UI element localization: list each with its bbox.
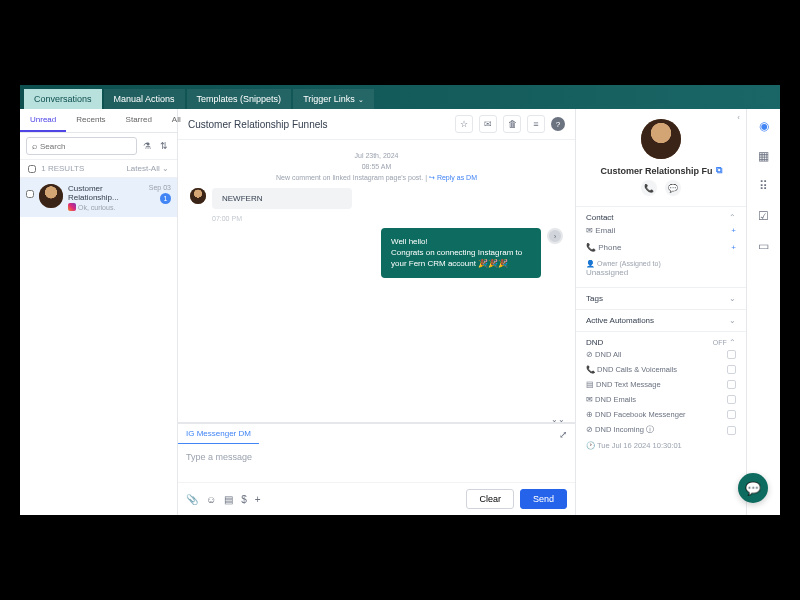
avatar bbox=[39, 184, 63, 208]
filter-icon[interactable]: ⚗ bbox=[140, 139, 154, 153]
star-button[interactable]: ☆ bbox=[455, 115, 473, 133]
opportunity-icon[interactable]: ⠿ bbox=[755, 177, 773, 195]
search-icon: ⌕ bbox=[32, 141, 37, 151]
external-link-icon[interactable]: ⧉ bbox=[716, 165, 722, 176]
conv-date: Sep 03 bbox=[149, 184, 171, 191]
message-input[interactable]: Type a message bbox=[178, 444, 575, 482]
search-input-wrapper[interactable]: ⌕ bbox=[26, 137, 137, 155]
nav-tab-templates[interactable]: Templates (Snippets) bbox=[187, 89, 292, 109]
timestamp: Tue Jul 16 2024 10:30:01 bbox=[597, 441, 682, 450]
chat-title: Customer Relationship Funnels bbox=[188, 119, 328, 130]
dnd-all-checkbox[interactable] bbox=[727, 350, 736, 359]
contact-panel: ‹ Customer Relationship Fu⧉ 📞 💬 Contact⌃… bbox=[576, 109, 746, 515]
message-bubble: NEWFERN bbox=[212, 188, 352, 209]
composer: IG Messenger DM ⤢ Type a message 📎 ☺ ▤ $… bbox=[178, 423, 575, 515]
message-icon[interactable]: 💬 bbox=[665, 180, 681, 196]
reply-dm-link[interactable]: ↪ Reply as DM bbox=[429, 174, 477, 181]
sender-avatar: › bbox=[547, 228, 563, 244]
dnd-calls-checkbox[interactable] bbox=[727, 365, 736, 374]
clear-button[interactable]: Clear bbox=[466, 489, 514, 509]
chat-panel: Customer Relationship Funnels ☆ ✉ 🗑 ≡ ? … bbox=[178, 109, 576, 515]
scroll-down-icon[interactable]: ⌄⌄ bbox=[551, 415, 565, 424]
message-bubble: Well hello! Congrats on connecting Insta… bbox=[381, 228, 541, 278]
top-nav: Conversations Manual Actions Templates (… bbox=[20, 85, 780, 109]
call-icon[interactable]: 📞 bbox=[641, 180, 657, 196]
delete-button[interactable]: 🗑 bbox=[503, 115, 521, 133]
instagram-icon bbox=[68, 203, 76, 211]
sort-dropdown[interactable]: Latest-All ⌄ bbox=[126, 164, 169, 173]
composer-channel-tab[interactable]: IG Messenger DM bbox=[178, 424, 259, 444]
chat-fab[interactable]: 💬 bbox=[738, 473, 768, 503]
contact-section-header[interactable]: Contact⌃ bbox=[586, 213, 736, 222]
add-email-button[interactable]: + bbox=[731, 226, 736, 235]
conv-preview: Ok, curious. bbox=[78, 204, 115, 211]
filter-unread[interactable]: Unread bbox=[20, 109, 66, 132]
tasks-icon[interactable]: ☑ bbox=[755, 207, 773, 225]
notes-icon[interactable]: ▭ bbox=[755, 237, 773, 255]
conv-checkbox[interactable] bbox=[26, 190, 34, 198]
unread-badge: 1 bbox=[160, 193, 171, 204]
filter-starred[interactable]: Starred bbox=[116, 109, 162, 132]
chevron-down-icon: ⌄ bbox=[358, 96, 364, 103]
help-icon[interactable]: ? bbox=[551, 117, 565, 131]
contact-tab-icon[interactable]: ◉ bbox=[755, 117, 773, 135]
contact-avatar bbox=[641, 119, 681, 159]
avatar bbox=[190, 188, 206, 204]
outbound-message: Well hello! Congrats on connecting Insta… bbox=[190, 228, 563, 278]
dnd-email-checkbox[interactable] bbox=[727, 395, 736, 404]
conversation-item[interactable]: Customer Relationship... Ok, curious. Se… bbox=[20, 178, 177, 217]
attachment-icon[interactable]: 📎 bbox=[186, 494, 198, 505]
payment-icon[interactable]: $ bbox=[241, 494, 247, 505]
select-all-checkbox[interactable] bbox=[28, 165, 36, 173]
send-button[interactable]: Send bbox=[520, 489, 567, 509]
template-icon[interactable]: ▤ bbox=[224, 494, 233, 505]
contact-name: Customer Relationship Fu⧉ bbox=[600, 165, 721, 176]
dnd-fb-checkbox[interactable] bbox=[727, 410, 736, 419]
calendar-icon[interactable]: ▦ bbox=[755, 147, 773, 165]
tags-section-header[interactable]: Tags⌄ bbox=[586, 294, 736, 303]
close-icon[interactable]: ‹ bbox=[737, 113, 740, 122]
filter-button[interactable]: ≡ bbox=[527, 115, 545, 133]
dnd-section-header[interactable]: DNDOFF ⌃ bbox=[586, 338, 736, 347]
nav-tab-conversations[interactable]: Conversations bbox=[24, 89, 102, 109]
emoji-icon[interactable]: ☺ bbox=[206, 494, 216, 505]
right-iconbar: ◉ ▦ ⠿ ☑ ▭ bbox=[746, 109, 780, 515]
owner-value[interactable]: Unassigned bbox=[586, 268, 736, 277]
add-phone-button[interactable]: + bbox=[731, 243, 736, 252]
conversation-sidebar: Unread Recents Starred All ⌕ ⚗ ⇅ 1 RESUL… bbox=[20, 109, 178, 515]
conv-title: Customer Relationship... bbox=[68, 184, 144, 202]
date-separator: Jul 23th, 2024 bbox=[190, 152, 563, 159]
results-count: 1 RESULTS bbox=[28, 164, 84, 173]
inbound-message: NEWFERN bbox=[190, 188, 563, 209]
expand-icon[interactable]: ⤢ bbox=[551, 424, 575, 445]
time-label: 08:55 AM bbox=[190, 163, 563, 170]
dnd-incoming-checkbox[interactable] bbox=[727, 426, 736, 435]
dnd-text-checkbox[interactable] bbox=[727, 380, 736, 389]
inbox-button[interactable]: ✉ bbox=[479, 115, 497, 133]
sort-icon[interactable]: ⇅ bbox=[157, 139, 171, 153]
search-input[interactable] bbox=[40, 142, 131, 151]
add-icon[interactable]: + bbox=[255, 494, 261, 505]
system-message: New comment on linked Instagram page's p… bbox=[190, 174, 563, 182]
filter-recents[interactable]: Recents bbox=[66, 109, 115, 132]
automations-section-header[interactable]: Active Automations⌄ bbox=[586, 316, 736, 325]
time-label: 07:00 PM bbox=[212, 215, 563, 222]
nav-tab-trigger-links[interactable]: Trigger Links⌄ bbox=[293, 89, 374, 109]
nav-tab-manual-actions[interactable]: Manual Actions bbox=[104, 89, 185, 109]
